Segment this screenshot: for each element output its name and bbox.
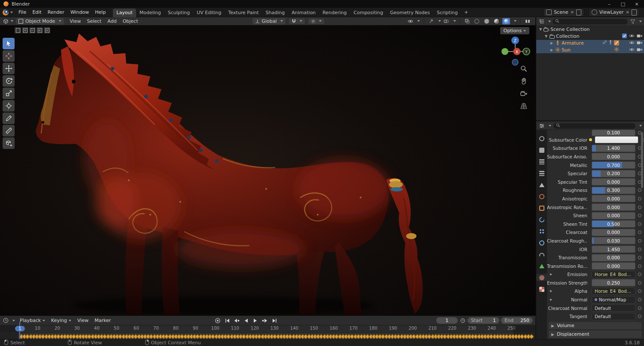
tab-sculpting[interactable]: Sculpting	[164, 9, 193, 17]
timeline-editor-icon[interactable]	[3, 317, 9, 324]
property-widget[interactable]: 0.200	[592, 170, 635, 177]
property-widget[interactable]: 0.000	[592, 195, 635, 202]
select-mode-subtract[interactable]: −	[29, 27, 36, 33]
menu-render[interactable]: Render	[45, 9, 67, 16]
animate-decorator[interactable]	[638, 222, 641, 226]
show-object-types-dropdown[interactable]	[407, 18, 413, 24]
gizmos-dropdown[interactable]	[428, 18, 434, 24]
property-row-clearcoat[interactable]: Clearcoat0.000	[547, 228, 644, 237]
property-row-metallic[interactable]: Metallic0.700	[547, 161, 644, 170]
unlink-scene-icon[interactable]: ✕	[570, 10, 574, 15]
use-preview-range-icon[interactable]	[459, 317, 466, 324]
menu-help[interactable]: Help	[92, 9, 109, 16]
selectable-checkbox[interactable]	[622, 33, 627, 39]
expand-arrow-icon[interactable]: ▶	[550, 273, 552, 276]
tab-scripting[interactable]: Scripting	[433, 9, 461, 17]
property-row-transmission[interactable]: Transmission0.000	[547, 253, 644, 262]
tool-cursor[interactable]	[3, 50, 15, 62]
property-row-subsurface-aniso-[interactable]: Subsurface Aniso...0.000	[547, 152, 644, 161]
viewport-menu-select[interactable]: Select	[84, 18, 104, 25]
playhead[interactable]: 1	[15, 326, 25, 331]
timeline-menu-playback[interactable]: Playback	[17, 317, 48, 324]
jump-to-end-button[interactable]	[270, 317, 278, 324]
property-row-anisotropic-rota-[interactable]: Anisotropic Rota...0.000	[547, 203, 644, 212]
auto-keying-toggle[interactable]	[214, 317, 222, 324]
property-row-clearcoat-rough-[interactable]: Clearcoat Rough...0.030	[547, 237, 644, 245]
sun-data-icon[interactable]	[614, 47, 619, 53]
properties-tab-scene[interactable]	[536, 181, 547, 188]
frame-end-field[interactable]: End 250	[501, 317, 533, 324]
tool-rotate[interactable]	[3, 75, 15, 87]
properties-editor-icon[interactable]	[538, 123, 545, 129]
properties-tab-object-data[interactable]	[536, 262, 547, 270]
tool-transform[interactable]	[3, 100, 15, 112]
shading-wireframe-button[interactable]	[473, 18, 480, 24]
outliner-editor-icon[interactable]	[538, 18, 545, 25]
frame-start-field[interactable]: Start 1	[468, 317, 499, 324]
disclosure-icon[interactable]: ▶	[549, 48, 554, 52]
timeline-menu-marker[interactable]: Marker	[91, 317, 114, 324]
property-widget[interactable]: Horse_E4_Body_Diffuse	[592, 271, 635, 278]
select-mode-new[interactable]	[15, 27, 21, 33]
blender-menu-button[interactable]	[0, 9, 15, 15]
disclosure-icon[interactable]: ▼	[544, 34, 549, 38]
properties-tab-object[interactable]	[536, 204, 547, 212]
tab-compositing[interactable]: Compositing	[350, 9, 387, 17]
camera-view-icon[interactable]	[519, 89, 528, 98]
animate-decorator[interactable]	[638, 188, 641, 192]
property-widget[interactable]: 0.000	[592, 153, 635, 160]
hide-eye-icon[interactable]	[629, 33, 635, 39]
animate-decorator[interactable]	[638, 298, 641, 301]
close-button[interactable]: ×	[633, 1, 641, 7]
property-widget[interactable]: 0.030	[592, 237, 635, 244]
disclosure-icon[interactable]: ▼	[538, 27, 543, 31]
hide-eye-icon[interactable]	[629, 40, 635, 46]
new-scene-icon[interactable]	[576, 9, 581, 15]
outliner-search-input[interactable]	[553, 19, 628, 24]
tool-add-cube[interactable]	[3, 137, 15, 149]
property-widget[interactable]: 1.450	[592, 246, 635, 253]
property-row-subsurface-color[interactable]: Subsurface Color	[547, 136, 644, 144]
menu-edit[interactable]: Edit	[29, 9, 44, 16]
maximize-button[interactable]: □	[619, 1, 627, 7]
select-mode-extend[interactable]: +	[22, 27, 28, 33]
property-row-emission-strength[interactable]: Emission Strength0.250	[547, 279, 644, 287]
xray-toggle[interactable]	[464, 18, 471, 24]
properties-tab-world[interactable]	[536, 193, 547, 200]
new-viewlayer-icon[interactable]	[632, 9, 637, 15]
properties-tab-render[interactable]	[536, 146, 547, 154]
animate-decorator[interactable]	[638, 248, 641, 251]
properties-scrollbar[interactable]	[641, 132, 643, 188]
timeline-menu-keying[interactable]: Keying	[48, 317, 74, 324]
remove-viewlayer-icon[interactable]: ✕	[626, 10, 629, 15]
property-row-sheen-tint[interactable]: Sheen Tint0.500	[547, 220, 644, 228]
timeline-ruler[interactable]: 1 11020304050607080901001101201301401501…	[0, 325, 535, 333]
tab-modeling[interactable]: Modeling	[136, 9, 164, 17]
properties-tab-modifiers[interactable]	[536, 216, 547, 223]
property-row-anisotropic[interactable]: Anisotropic0.000	[547, 194, 644, 203]
properties-tab-view-layer[interactable]	[536, 170, 547, 177]
link-icon[interactable]	[602, 40, 607, 46]
tab-texture-paint[interactable]: Texture Paint	[225, 9, 262, 17]
outliner-row-sun[interactable]: ▶Sun	[536, 46, 644, 53]
options-button[interactable]: Options	[500, 27, 529, 34]
zoom-icon[interactable]	[519, 64, 528, 73]
property-widget[interactable]: 0.000	[592, 254, 635, 261]
property-widget[interactable]: Normal/Map	[592, 296, 635, 304]
expand-arrow-icon[interactable]: ▶	[550, 289, 552, 293]
outliner-row-scene-collection[interactable]: ▼Scene Collection	[536, 26, 644, 33]
animate-decorator[interactable]	[638, 315, 641, 318]
add-workspace-button[interactable]: +	[461, 9, 471, 15]
properties-tab-material[interactable]	[536, 274, 547, 281]
properties-tab-constraints[interactable]	[536, 251, 547, 258]
animate-decorator[interactable]	[638, 206, 641, 209]
outliner-row-armature[interactable]: ▶Armature	[536, 40, 644, 47]
animate-decorator[interactable]	[638, 289, 641, 293]
property-widget[interactable]: 0.000	[592, 203, 635, 211]
viewport-menu-add[interactable]: Add	[104, 18, 119, 25]
viewport-menu-object[interactable]: Object	[120, 18, 141, 25]
scene-selector[interactable]: Scene ✕	[543, 8, 584, 17]
tool-measure[interactable]	[3, 125, 15, 137]
tab-layout[interactable]: Layout	[113, 9, 136, 17]
animate-decorator[interactable]	[638, 239, 641, 243]
